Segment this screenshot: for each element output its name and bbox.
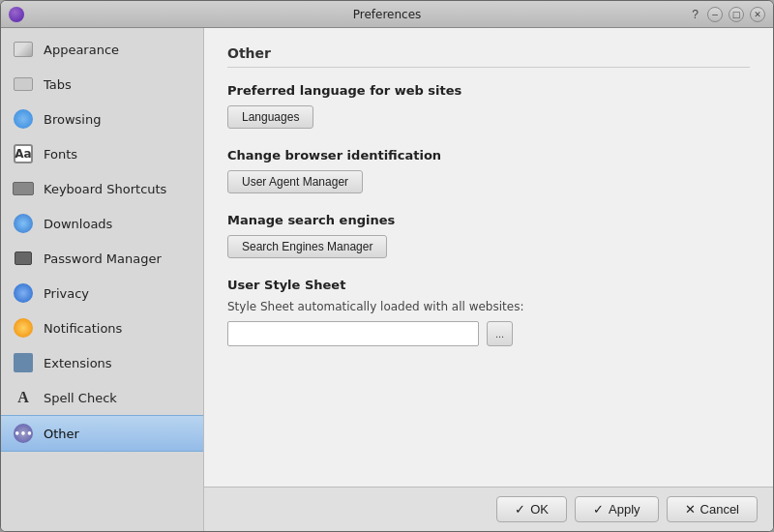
titlebar-controls: ? − □ ✕ <box>689 7 765 22</box>
sidebar-item-privacy[interactable]: Privacy <box>1 276 203 310</box>
sidebar-item-tabs[interactable]: Tabs <box>1 67 203 102</box>
preferences-window: Preferences ? − □ ✕ Appearance Tabs <box>0 0 774 532</box>
footer: ✓ OK ✓ Apply ✕ Cancel <box>204 487 773 531</box>
languages-button[interactable]: Languages <box>227 105 313 129</box>
sidebar-label-tabs: Tabs <box>44 77 72 92</box>
sidebar-label-downloads: Downloads <box>44 217 112 231</box>
sidebar-label-extensions: Extensions <box>44 356 112 370</box>
downloads-icon <box>13 213 34 234</box>
browser-id-group: Change browser identification User Agent… <box>227 148 750 193</box>
sidebar-label-fonts: Fonts <box>44 147 77 162</box>
sidebar-label-keyboard: Keyboard Shortcuts <box>44 182 166 196</box>
sidebar-label-notifications: Notifications <box>44 321 122 336</box>
sidebar: Appearance Tabs Browsing Aa Fonts <box>1 28 204 531</box>
tabs-icon <box>13 74 34 95</box>
user-stylesheet-group: User Style Sheet Style Sheet automatical… <box>227 278 750 346</box>
privacy-icon <box>13 282 34 304</box>
sidebar-label-privacy: Privacy <box>44 286 89 301</box>
spellcheck-icon: A <box>13 387 34 408</box>
keyboard-icon <box>13 178 34 199</box>
sidebar-item-downloads[interactable]: Downloads <box>1 206 203 241</box>
sidebar-label-spellcheck: Spell Check <box>44 391 117 405</box>
sidebar-item-keyboard-shortcuts[interactable]: Keyboard Shortcuts <box>1 171 203 206</box>
sidebar-label-appearance: Appearance <box>44 43 119 57</box>
extensions-icon <box>13 352 34 373</box>
preferred-language-label: Preferred language for web sites <box>227 83 750 98</box>
ok-icon: ✓ <box>515 502 525 517</box>
section-title: Other <box>227 45 750 68</box>
maximize-button[interactable]: □ <box>729 7 744 22</box>
other-icon: ••• <box>13 423 34 444</box>
search-engines-label: Manage search engines <box>227 213 750 227</box>
apply-label: Apply <box>609 502 640 517</box>
appearance-icon <box>13 39 34 60</box>
ok-button[interactable]: ✓ OK <box>496 496 567 522</box>
apply-button[interactable]: ✓ Apply <box>575 496 659 522</box>
cancel-icon: ✕ <box>685 502 696 517</box>
app-icon <box>9 7 24 22</box>
search-engines-manager-button[interactable]: Search Engines Manager <box>227 235 387 258</box>
content-area: Appearance Tabs Browsing Aa Fonts <box>1 28 773 531</box>
help-button[interactable]: ? <box>689 8 701 21</box>
sidebar-label-browsing: Browsing <box>44 112 101 127</box>
sidebar-item-browsing[interactable]: Browsing <box>1 102 203 136</box>
sidebar-item-notifications[interactable]: Notifications <box>1 310 203 345</box>
password-icon <box>13 248 34 269</box>
browser-id-label: Change browser identification <box>227 148 750 163</box>
ok-label: OK <box>530 502 549 517</box>
titlebar-left <box>9 7 24 22</box>
sidebar-item-other[interactable]: ••• Other <box>1 415 203 452</box>
user-stylesheet-label: User Style Sheet <box>227 278 750 292</box>
preferred-language-group: Preferred language for web sites Languag… <box>227 83 750 129</box>
stylesheet-input[interactable] <box>227 321 479 346</box>
stylesheet-row: ... <box>227 321 750 346</box>
user-stylesheet-sublabel: Style Sheet automatically loaded with al… <box>227 300 750 313</box>
notifications-icon <box>13 317 34 339</box>
browsing-icon <box>13 108 34 130</box>
search-engines-group: Manage search engines Search Engines Man… <box>227 213 750 258</box>
main-scroll-area: Other Preferred language for web sites L… <box>204 28 773 487</box>
minimize-button[interactable]: − <box>707 7 723 22</box>
sidebar-item-extensions[interactable]: Extensions <box>1 345 203 380</box>
sidebar-label-other: Other <box>44 427 79 441</box>
apply-icon: ✓ <box>593 502 604 517</box>
sidebar-item-password-manager[interactable]: Password Manager <box>1 241 203 276</box>
sidebar-item-fonts[interactable]: Aa Fonts <box>1 136 203 171</box>
cancel-label: Cancel <box>700 502 739 517</box>
sidebar-label-password: Password Manager <box>44 251 162 266</box>
user-agent-manager-button[interactable]: User Agent Manager <box>227 170 363 193</box>
browse-button[interactable]: ... <box>487 321 513 346</box>
cancel-button[interactable]: ✕ Cancel <box>667 496 758 522</box>
main-content: Other Preferred language for web sites L… <box>204 28 773 531</box>
sidebar-item-spell-check[interactable]: A Spell Check <box>1 380 203 415</box>
titlebar: Preferences ? − □ ✕ <box>1 1 773 28</box>
window-title: Preferences <box>353 8 422 21</box>
close-button[interactable]: ✕ <box>750 7 765 22</box>
sidebar-item-appearance[interactable]: Appearance <box>1 32 203 67</box>
fonts-icon: Aa <box>13 143 34 164</box>
